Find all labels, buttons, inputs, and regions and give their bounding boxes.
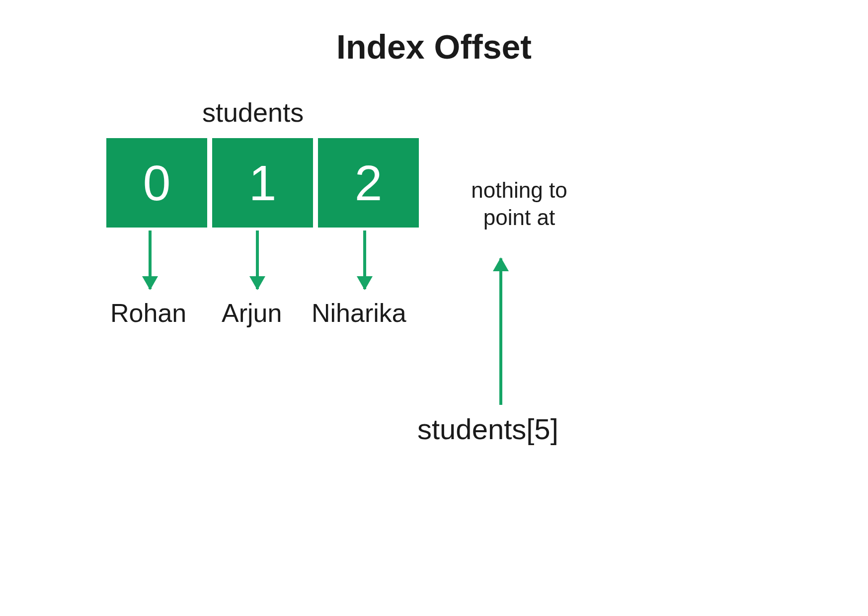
array-cell-2: 2 — [318, 138, 419, 228]
cell-divider — [207, 138, 212, 228]
array-name-label: students — [202, 97, 304, 128]
array-cell-0: 0 — [106, 138, 207, 228]
array-value-2: Niharika — [312, 298, 406, 328]
arrow-down-icon — [256, 231, 259, 289]
array-cell-1: 1 — [212, 138, 313, 228]
cell-divider — [313, 138, 318, 228]
out-of-bounds-message: nothing to point at — [452, 176, 586, 231]
arrow-down-icon — [149, 231, 152, 289]
arrow-down-icon — [363, 231, 366, 289]
out-of-bounds-expression: students[5] — [417, 412, 558, 446]
diagram-title: Index Offset — [0, 27, 868, 66]
arrow-up-icon — [499, 258, 502, 405]
array-container: 0 1 2 — [106, 138, 419, 228]
array-value-1: Arjun — [222, 298, 282, 328]
array-value-0: Rohan — [110, 298, 186, 328]
